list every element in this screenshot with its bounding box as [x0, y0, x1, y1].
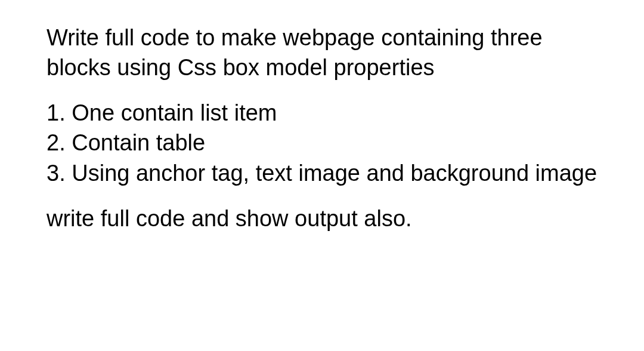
outro-paragraph: write full code and show output also. [47, 204, 602, 233]
list-item: 1. One contain list item [47, 98, 602, 128]
list-item: 3. Using anchor tag, text image and back… [47, 158, 602, 188]
numbered-list: 1. One contain list item 2. Contain tabl… [47, 98, 602, 187]
intro-paragraph: Write full code to make webpage containi… [47, 23, 602, 82]
list-item: 2. Contain table [47, 128, 602, 158]
